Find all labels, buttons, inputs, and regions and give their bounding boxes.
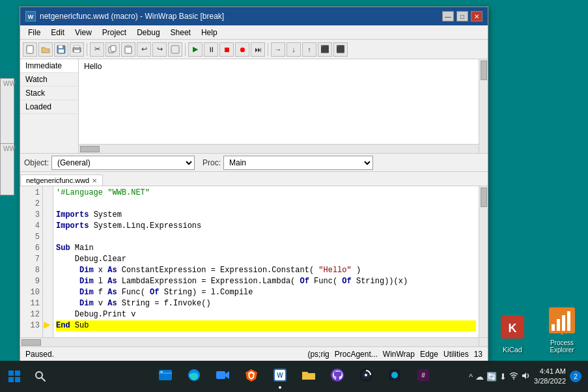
tb-copy[interactable] bbox=[105, 42, 120, 57]
top-section: Immediate Watch Stack Loaded Hello bbox=[20, 59, 488, 154]
sidebar-stack[interactable]: Stack bbox=[20, 87, 78, 100]
search-button[interactable] bbox=[29, 365, 52, 388]
tray-wifi[interactable] bbox=[509, 371, 518, 382]
desktop-icon-kicad[interactable]: K KiCad bbox=[489, 311, 536, 354]
tb-print[interactable] bbox=[70, 42, 84, 57]
output-vscroll-thumb[interactable] bbox=[481, 61, 487, 80]
tb-paste[interactable] bbox=[121, 42, 135, 57]
sidebar-loaded[interactable]: Loaded bbox=[20, 100, 78, 114]
sidebar-immediate[interactable]: Immediate bbox=[20, 59, 78, 73]
tb-arrow-right[interactable]: → bbox=[271, 42, 285, 57]
svg-point-44 bbox=[513, 378, 514, 380]
status-line: 13 bbox=[474, 350, 483, 359]
tb-sep-1 bbox=[87, 43, 87, 56]
svg-text:W: W bbox=[277, 372, 283, 379]
linenum-8: 8 bbox=[35, 265, 40, 276]
code-tab-close[interactable]: ✕ bbox=[92, 177, 97, 184]
code-line-11: Dim v As String = f.Invoke() bbox=[56, 298, 476, 309]
menu-file[interactable]: File bbox=[23, 27, 46, 38]
tb-stop[interactable]: ⏹ bbox=[219, 42, 234, 57]
tb-undo[interactable]: ↩ bbox=[137, 42, 151, 57]
code-tab-main[interactable]: netgenericfunc.wwd ✕ bbox=[20, 175, 103, 186]
close-button[interactable]: ✕ bbox=[471, 11, 483, 21]
tb-step-over[interactable]: ⏭ bbox=[251, 42, 265, 57]
editor-scrollbar-v[interactable] bbox=[479, 186, 488, 337]
taskbar-app-steam[interactable] bbox=[352, 363, 380, 390]
code-line-12: Debug.Print v bbox=[56, 309, 476, 320]
tb-box1[interactable]: ⬛ bbox=[318, 42, 332, 57]
output-scrollbar-h[interactable] bbox=[79, 144, 479, 153]
tb-box2[interactable]: ⬛ bbox=[333, 42, 348, 57]
editor-scroll-corner bbox=[479, 337, 488, 346]
process-explorer-icon: ▲ bbox=[546, 305, 578, 336]
output-scrollbar-v[interactable] bbox=[479, 59, 488, 153]
menu-help[interactable]: Help bbox=[196, 27, 223, 38]
line-numbers: 1 2 3 4 5 6 7 8 9 10 11 12 13 bbox=[20, 186, 43, 337]
tb-arrow-up[interactable]: ↑ bbox=[302, 42, 316, 57]
tb-open[interactable] bbox=[38, 42, 53, 57]
svg-rect-15 bbox=[74, 46, 79, 48]
linenum-2: 2 bbox=[35, 199, 40, 210]
desktop-icon-process-explorer[interactable]: ▲ Process Explorer bbox=[539, 305, 585, 354]
active-dot bbox=[279, 386, 281, 389]
tray-cloud[interactable]: ☁ bbox=[475, 372, 484, 382]
tray-download[interactable]: ⬇ bbox=[499, 372, 507, 382]
taskbar-app-files[interactable] bbox=[152, 363, 179, 390]
tb-new[interactable] bbox=[23, 42, 37, 57]
menu-sheet[interactable]: Sheet bbox=[165, 27, 196, 38]
taskbar-app-brave[interactable] bbox=[238, 363, 265, 390]
svg-rect-21 bbox=[171, 46, 179, 53]
obj-select[interactable]: (General) bbox=[51, 156, 195, 170]
code-tabs: netgenericfunc.wwd ✕ bbox=[20, 172, 488, 186]
tray-volume[interactable] bbox=[521, 371, 530, 382]
svg-rect-5 bbox=[562, 315, 565, 331]
taskbar-app-slack[interactable]: # bbox=[410, 363, 437, 390]
sidebar-watch[interactable]: Watch bbox=[20, 73, 78, 87]
obj-proc-bar: Object: (General) Proc: Main bbox=[20, 154, 488, 172]
status-right: (ps;rig ProcAgent... WinWrap Edge Utilit… bbox=[307, 350, 483, 359]
editor-hscroll-thumb[interactable] bbox=[21, 339, 41, 346]
menu-debug[interactable]: Debug bbox=[132, 27, 165, 38]
tb-pause[interactable]: ⏸ bbox=[204, 42, 218, 57]
status-edge: Edge bbox=[420, 350, 438, 359]
output-text: Hello bbox=[79, 59, 488, 74]
taskbar-app-github[interactable] bbox=[324, 363, 351, 390]
menu-edit[interactable]: Edit bbox=[46, 27, 70, 38]
taskbar-app-explorer[interactable] bbox=[295, 363, 322, 390]
code-editor[interactable]: 1 2 3 4 5 6 7 8 9 10 11 12 13 ▶ bbox=[20, 186, 479, 337]
svg-marker-32 bbox=[225, 371, 229, 379]
tb-redo[interactable]: ↪ bbox=[152, 42, 167, 57]
maximize-button[interactable]: □ bbox=[456, 11, 468, 21]
svg-rect-25 bbox=[15, 377, 20, 382]
output-panel[interactable]: Hello bbox=[79, 59, 488, 153]
clock-area[interactable]: 4:41 AM 3/28/2022 bbox=[534, 367, 566, 387]
taskbar-app-edge[interactable] bbox=[180, 363, 208, 390]
code-line-9: Dim l As LambdaExpression = Expression.L… bbox=[56, 276, 476, 287]
tray-chevron[interactable]: ^ bbox=[469, 372, 473, 382]
tb-cut[interactable]: ✂ bbox=[90, 42, 104, 57]
taskbar-app-winwrap[interactable]: W bbox=[266, 363, 294, 390]
menu-project[interactable]: Project bbox=[97, 27, 132, 38]
svg-rect-4 bbox=[557, 319, 560, 331]
tb-record[interactable]: ⏺ bbox=[235, 42, 249, 57]
minimize-button[interactable]: — bbox=[442, 11, 454, 21]
tb-breakpoint[interactable] bbox=[168, 42, 182, 57]
menu-view[interactable]: View bbox=[70, 27, 97, 38]
tray-sync[interactable]: 🔄 bbox=[486, 372, 497, 382]
bg-window-2: WW bbox=[0, 143, 14, 195]
linenum-11: 11 bbox=[31, 298, 40, 309]
svg-rect-20 bbox=[126, 46, 130, 48]
tb-save[interactable] bbox=[54, 42, 68, 57]
proc-select[interactable]: Main bbox=[223, 156, 373, 170]
tb-run[interactable]: ▶ bbox=[188, 42, 203, 57]
tb-arrow-down[interactable]: ↓ bbox=[287, 42, 301, 57]
taskbar-left bbox=[3, 365, 52, 388]
code-content[interactable]: '#Language "WWB.NET" Imports System Impo… bbox=[53, 186, 479, 337]
notification-badge[interactable]: 2 bbox=[570, 371, 581, 382]
editor-vscroll-thumb[interactable] bbox=[481, 188, 487, 207]
start-button[interactable] bbox=[3, 365, 26, 388]
taskbar-app-tray[interactable] bbox=[381, 363, 408, 390]
output-hscroll-thumb[interactable] bbox=[80, 146, 100, 152]
taskbar-app-zoom[interactable] bbox=[209, 363, 236, 390]
editor-scrollbar-h[interactable] bbox=[20, 337, 479, 346]
